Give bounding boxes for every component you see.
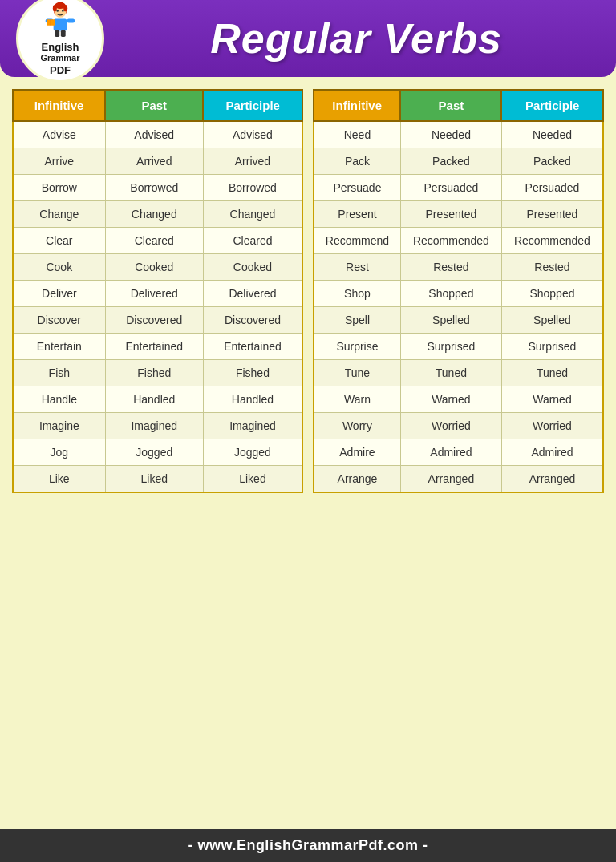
right-cell-past-3: Presented (400, 201, 501, 228)
left-cell-past-5: Cooked (105, 254, 203, 281)
right-cell-past-5: Rested (400, 254, 501, 281)
left-cell-participle-0: Advised (203, 121, 302, 148)
table-row: CookCookedCooked (13, 254, 302, 281)
table-row: PersuadePersuadedPersuaded (314, 175, 603, 201)
left-cell-participle-13: Liked (203, 466, 302, 493)
table-row: ClearClearedCleared (13, 228, 302, 254)
left-cell-infinitive-1: Arrive (13, 148, 105, 175)
right-cell-participle-9: Tuned (501, 360, 603, 386)
right-cell-past-6: Shopped (400, 281, 501, 307)
table-row: PackPackedPacked (314, 148, 603, 175)
right-cell-past-4: Recommended (400, 228, 501, 254)
table-row: WorryWorriedWorried (314, 413, 603, 439)
right-cell-participle-5: Rested (501, 254, 603, 281)
svg-point-4 (63, 5, 67, 11)
left-cell-past-4: Cleared (105, 228, 203, 254)
left-cell-past-12: Jogged (105, 439, 203, 466)
header: English Grammar PDF Regular Verbs (0, 0, 616, 77)
table-row: RestRestedRested (314, 254, 603, 281)
right-cell-participle-8: Surprised (501, 334, 603, 360)
table-row: WarnWarnedWarned (314, 386, 603, 413)
right-cell-participle-10: Warned (501, 386, 603, 413)
right-cell-infinitive-9: Tune (314, 360, 400, 386)
right-cell-infinitive-12: Admire (314, 439, 400, 466)
left-cell-participle-11: Imagined (203, 413, 302, 439)
table-row: HandleHandledHandled (13, 386, 302, 413)
left-cell-past-11: Imagined (105, 413, 203, 439)
table-row: SpellSpelledSpelled (314, 307, 603, 334)
left-cell-participle-8: Entertained (203, 334, 302, 360)
table-row: LikeLikedLiked (13, 466, 302, 493)
table-row: AdviseAdvisedAdvised (13, 121, 302, 148)
left-cell-past-10: Handled (105, 386, 203, 413)
svg-rect-13 (61, 30, 66, 36)
left-cell-participle-12: Jogged (203, 439, 302, 466)
right-cell-participle-1: Packed (501, 148, 603, 175)
right-cell-infinitive-6: Shop (314, 281, 400, 307)
left-cell-participle-5: Cooked (203, 254, 302, 281)
table-row: NeedNeededNeeded (314, 121, 603, 148)
svg-point-6 (62, 10, 64, 12)
left-cell-participle-7: Discovered (203, 307, 302, 334)
left-header-participle: Participle (203, 90, 302, 121)
right-cell-past-13: Arranged (400, 466, 501, 493)
left-cell-participle-3: Changed (203, 201, 302, 228)
right-cell-infinitive-10: Warn (314, 386, 400, 413)
right-cell-infinitive-4: Recommend (314, 228, 400, 254)
table-row: ImagineImaginedImagined (13, 413, 302, 439)
right-cell-participle-4: Recommended (501, 228, 603, 254)
left-cell-infinitive-2: Borrow (13, 175, 105, 201)
right-cell-participle-7: Spelled (501, 307, 603, 334)
table-row: EntertainEntertainedEntertained (13, 334, 302, 360)
logo-text: English Grammar PDF (41, 41, 80, 76)
table-row: BorrowBorrowedBorrowed (13, 175, 302, 201)
left-cell-infinitive-13: Like (13, 466, 105, 493)
left-cell-past-1: Arrived (105, 148, 203, 175)
right-cell-infinitive-1: Pack (314, 148, 400, 175)
left-cell-past-13: Liked (105, 466, 203, 493)
left-cell-infinitive-5: Cook (13, 254, 105, 281)
logo-circle: English Grammar PDF (16, 0, 104, 83)
right-header-past: Past (400, 90, 501, 121)
right-cell-infinitive-5: Rest (314, 254, 400, 281)
right-cell-participle-6: Shopped (501, 281, 603, 307)
left-cell-participle-4: Cleared (203, 228, 302, 254)
left-cell-participle-9: Fished (203, 360, 302, 386)
right-cell-infinitive-2: Persuade (314, 175, 400, 201)
svg-rect-12 (55, 30, 59, 36)
table-row: DiscoverDiscoveredDiscovered (13, 307, 302, 334)
table-row: JogJoggedJogged (13, 439, 302, 466)
table-row: SurpriseSurprisedSurprised (314, 334, 603, 360)
right-cell-participle-0: Needed (501, 121, 603, 148)
right-cell-past-10: Warned (400, 386, 501, 413)
left-header-past: Past (105, 90, 203, 121)
right-cell-infinitive-3: Present (314, 201, 400, 228)
left-cell-participle-2: Borrowed (203, 175, 302, 201)
table-row: ShopShoppedShopped (314, 281, 603, 307)
left-cell-infinitive-4: Clear (13, 228, 105, 254)
left-verb-table: Infinitive Past Participle AdviseAdvised… (12, 89, 303, 493)
right-cell-participle-2: Persuaded (501, 175, 603, 201)
table-row: ChangeChangedChanged (13, 201, 302, 228)
left-cell-past-0: Advised (105, 121, 203, 148)
left-cell-past-6: Delivered (105, 281, 203, 307)
table-row: ArrangeArrangedArranged (314, 466, 603, 493)
left-cell-infinitive-6: Deliver (13, 281, 105, 307)
svg-rect-9 (67, 18, 75, 22)
right-header-infinitive: Infinitive (314, 90, 400, 121)
tables-row: Infinitive Past Participle AdviseAdvised… (12, 89, 604, 493)
right-cell-past-11: Worried (400, 413, 501, 439)
left-cell-infinitive-3: Change (13, 201, 105, 228)
svg-point-3 (53, 5, 57, 11)
table-row: PresentPresentedPresented (314, 201, 603, 228)
table-row: ArriveArrivedArrived (13, 148, 302, 175)
left-cell-infinitive-8: Entertain (13, 334, 105, 360)
left-cell-past-7: Discovered (105, 307, 203, 334)
left-header-infinitive: Infinitive (13, 90, 105, 121)
left-cell-participle-6: Delivered (203, 281, 302, 307)
right-cell-past-0: Needed (400, 121, 501, 148)
right-cell-participle-12: Admired (501, 439, 603, 466)
right-cell-infinitive-0: Need (314, 121, 400, 148)
left-cell-infinitive-10: Handle (13, 386, 105, 413)
right-cell-infinitive-8: Surprise (314, 334, 400, 360)
